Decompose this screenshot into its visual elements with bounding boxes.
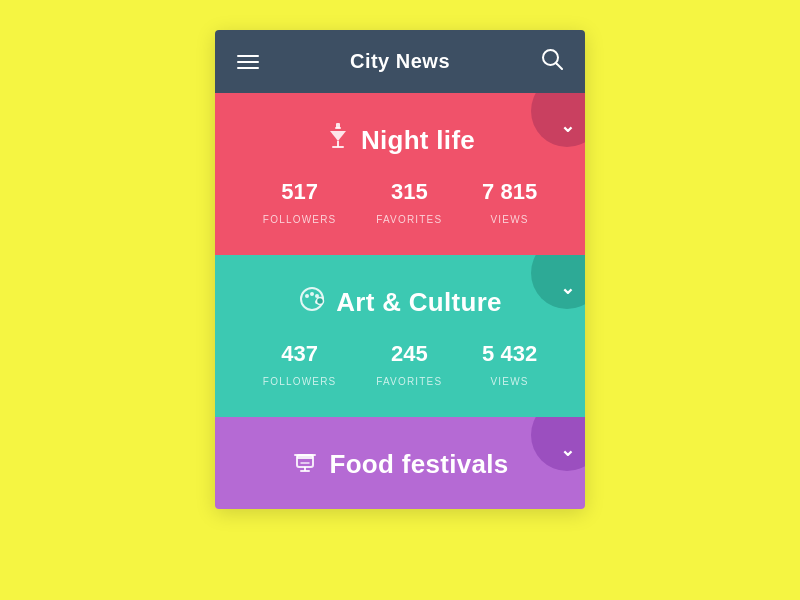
cocktail-icon (325, 123, 351, 157)
card-stats-artculture: 437 FOLLOWERS 245 FAVORITES 5 432 VIEWS (243, 341, 557, 389)
stat-label: FOLLOWERS (263, 214, 337, 225)
stat-number: 517 (263, 179, 337, 205)
card-artculture: ⌄ Art & Culture 437 FOLLOWERS 2 (215, 255, 585, 417)
chevron-down-icon: ⌄ (560, 115, 575, 137)
card-nightlife: ⌄ Night life 517 FOLLOWERS 315 FAV (215, 93, 585, 255)
stat-label: FAVORITES (376, 376, 442, 387)
svg-point-7 (305, 294, 309, 298)
stat-label: FAVORITES (376, 214, 442, 225)
app-title: City News (350, 50, 450, 73)
phone-container: City News ⌄ Night life (215, 30, 585, 509)
chevron-down-icon: ⌄ (560, 439, 575, 461)
stat-label: VIEWS (490, 214, 528, 225)
svg-point-8 (310, 292, 314, 296)
card-title-row-food: Food festivals (243, 447, 557, 481)
card-title-row-artculture: Art & Culture (243, 285, 557, 319)
stat-favorites-nightlife: 315 FAVORITES (376, 179, 442, 227)
svg-line-1 (557, 64, 563, 70)
card-title-artculture: Art & Culture (336, 287, 502, 318)
svg-point-0 (543, 50, 558, 65)
svg-point-11 (317, 298, 324, 305)
stat-number: 7 815 (482, 179, 537, 205)
stat-favorites-artculture: 245 FAVORITES (376, 341, 442, 389)
card-stats-nightlife: 517 FOLLOWERS 315 FAVORITES 7 815 VIEWS (243, 179, 557, 227)
card-food: ⌄ Food festivals (215, 417, 585, 509)
stat-followers-artculture: 437 FOLLOWERS (263, 341, 337, 389)
stat-views-nightlife: 7 815 VIEWS (482, 179, 537, 227)
stat-number: 5 432 (482, 341, 537, 367)
stat-followers-nightlife: 517 FOLLOWERS (263, 179, 337, 227)
search-icon[interactable] (541, 48, 563, 75)
palette-icon (298, 285, 326, 319)
stat-label: VIEWS (490, 376, 528, 387)
hamburger-menu-button[interactable] (237, 55, 259, 69)
header: City News (215, 30, 585, 93)
stat-number: 245 (376, 341, 442, 367)
card-title-row-nightlife: Night life (243, 123, 557, 157)
svg-rect-3 (335, 127, 341, 129)
card-title-nightlife: Night life (361, 125, 475, 156)
stat-views-artculture: 5 432 VIEWS (482, 341, 537, 389)
card-title-food: Food festivals (329, 449, 508, 480)
stat-label: FOLLOWERS (263, 376, 337, 387)
chevron-down-icon: ⌄ (560, 277, 575, 299)
stat-number: 315 (376, 179, 442, 205)
stat-number: 437 (263, 341, 337, 367)
food-icon (291, 447, 319, 481)
